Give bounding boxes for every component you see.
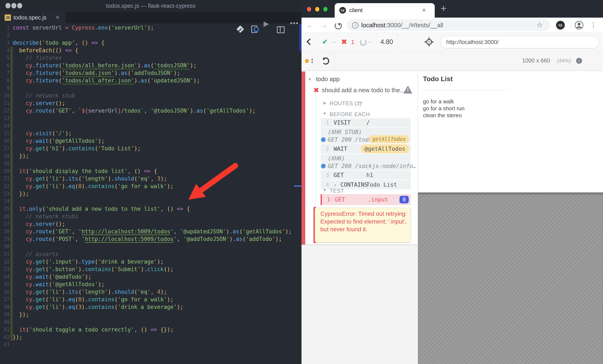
- todo-item[interactable]: clean the stereo: [423, 112, 464, 119]
- code-line[interactable]: 16 cy.wait('@getAllTodos');: [0, 137, 302, 145]
- code-line[interactable]: 20 it('should display the todo list', ()…: [0, 167, 302, 175]
- error-message-box[interactable]: CypressError: Timed out retrying: Expect…: [315, 208, 411, 242]
- scroll-updown-icon[interactable]: ↕: [310, 51, 314, 70]
- code-line[interactable]: 27 cy.server();: [0, 220, 302, 228]
- chevron-right-icon[interactable]: ▶: [323, 101, 326, 105]
- code-line[interactable]: 38 cy.get('li').eq(3).contains('drink a …: [0, 303, 302, 311]
- new-tab-button[interactable]: +: [441, 0, 446, 18]
- address-bar[interactable]: i localhost:3000/__/#/tests/__all ☆: [347, 19, 550, 31]
- code-line[interactable]: 5 // fixtures: [0, 54, 302, 62]
- chevron-down-icon[interactable]: ▼: [323, 188, 327, 193]
- line-number: 38: [0, 303, 10, 311]
- minimize-traffic-light[interactable]: [315, 7, 319, 11]
- tab-close-icon[interactable]: ×: [422, 3, 426, 18]
- code-line[interactable]: 34 cy.wait('@addTodo');: [0, 273, 302, 281]
- app-iframe[interactable]: Todo List go for a walkgo for a short ru…: [418, 71, 603, 193]
- profile-avatar-icon[interactable]: [575, 21, 583, 29]
- code-line[interactable]: 17 cy.get('h1').contains('Todo List');: [0, 145, 302, 152]
- back-icon[interactable]: ←: [306, 18, 314, 33]
- code-line[interactable]: 26 // network stubs: [0, 213, 302, 220]
- code-line[interactable]: 14: [0, 122, 302, 130]
- failed-command-row[interactable]: 1 GET .input 0: [321, 194, 411, 205]
- code-line[interactable]: 11 cy.server();: [0, 99, 302, 107]
- selector-playground-icon[interactable]: [424, 37, 434, 46]
- todo-item[interactable]: go for a short run: [423, 105, 464, 112]
- rerun-tests-icon[interactable]: [322, 57, 329, 65]
- code-line[interactable]: 2: [0, 32, 302, 39]
- suite-title[interactable]: todo app: [316, 74, 340, 84]
- scrollbar-indicator[interactable]: [299, 24, 302, 51]
- editor-tabstrip: JS todos.spec.js × ▶ •••: [0, 12, 302, 23]
- line-number: 15: [0, 130, 10, 137]
- viewport-info-icon[interactable]: i: [576, 58, 582, 64]
- reload-icon[interactable]: [335, 22, 342, 29]
- code-line[interactable]: 43: [0, 341, 302, 349]
- code-line[interactable]: 1const serverUrl = Cypress.env('serverUr…: [0, 24, 302, 32]
- zoom-traffic-light[interactable]: [323, 7, 327, 11]
- code-line[interactable]: 22 cy.get('li').eq(0).contains('go for a…: [0, 182, 302, 190]
- chevron-down-icon[interactable]: ▼: [323, 111, 327, 116]
- code-line[interactable]: 40: [0, 318, 302, 326]
- code-area[interactable]: 1const serverUrl = Cypress.env('serverUr…: [0, 24, 302, 349]
- code-line[interactable]: 18 });: [0, 152, 302, 160]
- code-line[interactable]: 9: [0, 84, 302, 92]
- command-row[interactable]: 2WAIT@getAllTodos: [321, 144, 411, 154]
- runner-statusbar: ↕ 1000 x 660 (44%) i: [302, 51, 603, 71]
- command-row[interactable]: (XHR)GET 200 /sockjs-node/info…: [321, 154, 411, 170]
- close-traffic-light[interactable]: [307, 7, 311, 11]
- test-section-label[interactable]: TEST: [330, 188, 344, 194]
- run-button[interactable]: ▶: [264, 12, 269, 23]
- code-line[interactable]: 13: [0, 114, 302, 122]
- line-number: 31: [0, 250, 10, 258]
- back-to-tests-icon[interactable]: [306, 38, 313, 45]
- code-line[interactable]: 30: [0, 243, 302, 250]
- bookmark-star-icon[interactable]: ☆: [536, 19, 543, 31]
- command-row[interactable]: (XHR STUB)GET 200 /todosgetAllTodos: [321, 128, 411, 144]
- page-info-icon[interactable]: i: [352, 22, 358, 29]
- code-line[interactable]: 6 cy.fixture('todos/all_before.json').as…: [0, 62, 302, 69]
- forward-icon[interactable]: →: [320, 18, 328, 33]
- code-line[interactable]: 35 cy.wait('@getAllTodos');: [0, 281, 302, 288]
- todo-item[interactable]: go for a walk: [423, 98, 464, 105]
- code-line[interactable]: 37 cy.get('li').eq(0).contains('go for a…: [0, 296, 302, 303]
- browser-tab-client[interactable]: cy client ×: [335, 3, 435, 18]
- before-each-section-label[interactable]: BEFORE EACH: [330, 111, 370, 118]
- editor-tab-close-icon[interactable]: ×: [56, 12, 59, 23]
- code-line[interactable]: 31 // asserts: [0, 250, 302, 258]
- code-line[interactable]: 7 cy.fixture('todos/add.json').as('addTo…: [0, 69, 302, 77]
- chevron-down-icon[interactable]: ▼: [308, 77, 312, 82]
- code-line[interactable]: 21 cy.get('li').its('length').should('eq…: [0, 175, 302, 182]
- code-line[interactable]: 4 beforeEach(() => {: [0, 46, 302, 54]
- routes-more-icon[interactable]: ⋯: [358, 99, 363, 106]
- command-row[interactable]: 3GETh1: [321, 171, 411, 180]
- code-line[interactable]: 10 // network stub: [0, 92, 302, 99]
- code-line[interactable]: 28 cy.route('GET', 'http://localhost:500…: [0, 228, 302, 235]
- browser-menu-icon[interactable]: ⋮: [590, 18, 597, 33]
- code-line[interactable]: 42});: [0, 333, 302, 341]
- code-line[interactable]: 39 });: [0, 311, 302, 318]
- code-line[interactable]: 25 it.only('should add a new todo to the…: [0, 205, 302, 213]
- failed-test-title[interactable]: should add a new todo to the...: [322, 85, 405, 96]
- code-line[interactable]: 33 cy.get('.button').contains('Submit').…: [0, 265, 302, 273]
- code-line[interactable]: 29 cy.route('POST', 'http://localhost:50…: [0, 235, 302, 243]
- code-line[interactable]: 8 cy.fixture('todos/all_after.json').as(…: [0, 77, 302, 84]
- code-line[interactable]: 19: [0, 160, 302, 167]
- command-row[interactable]: 1VISIT/: [321, 118, 411, 127]
- code-line[interactable]: 24: [0, 197, 302, 205]
- failed-count: 1: [351, 33, 355, 51]
- auto-scroll-dot-icon[interactable]: [305, 59, 309, 63]
- editor-tab-todos-spec[interactable]: JS todos.spec.js ×: [0, 12, 65, 23]
- code-line[interactable]: 12 cy.route('GET', `${serverUrl}/todos`,…: [0, 107, 302, 114]
- cypress-extension-icon[interactable]: cy: [556, 21, 565, 30]
- more-actions-icon[interactable]: •••: [290, 12, 299, 23]
- code-line[interactable]: 23 });: [0, 190, 302, 197]
- routes-section-label[interactable]: ROUTES (3): [330, 100, 361, 107]
- code-line[interactable]: 32 cy.get('.input').type('drink a bevera…: [0, 258, 302, 265]
- code-line[interactable]: 15 cy.visit('/');: [0, 130, 302, 137]
- editor-titlebar[interactable]: todos.spec.js — flask-react-cypress: [0, 0, 302, 12]
- code-line[interactable]: 36 cy.get('li').its('length').should('eq…: [0, 288, 302, 296]
- url-text[interactable]: localhost:3000/__/#/tests/__all: [361, 19, 443, 31]
- code-line[interactable]: 41 it('should toggle a todo correctly', …: [0, 326, 302, 333]
- code-line[interactable]: 3describe('todo app', () => {: [0, 39, 302, 46]
- aut-url-field[interactable]: http://localhost:3000/: [440, 36, 599, 48]
